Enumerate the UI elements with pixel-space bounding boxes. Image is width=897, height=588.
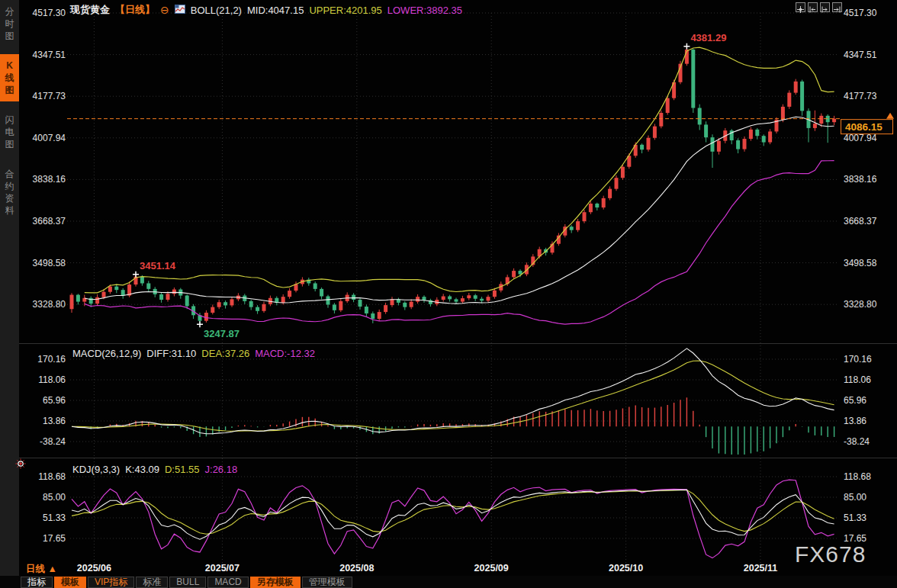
xaxis-date: 2025/11 — [736, 563, 785, 574]
kdj-label: KDJ(9,3,3) — [72, 464, 120, 475]
boll-upper-value: UPPER:4201.95 — [309, 5, 381, 16]
svg-text:85.00: 85.00 — [844, 492, 866, 503]
toolbar-button-save-template[interactable]: 另存模板 — [250, 577, 301, 588]
xaxis-date: 2025/10 — [602, 563, 651, 574]
svg-text:85.00: 85.00 — [43, 492, 66, 503]
toolbar-button-macd[interactable]: MACD — [207, 577, 248, 588]
mini-chart-icon[interactable] — [175, 5, 185, 16]
toolbar-button-indicators[interactable]: 指标 — [21, 577, 53, 588]
xaxis-date: 2025/06 — [69, 563, 118, 574]
chart-canvas[interactable]: 4517.304517.304347.514347.514177.734177.… — [0, 0, 897, 588]
svg-text:4177.73: 4177.73 — [844, 91, 877, 101]
period-badge: 【日线】 — [115, 3, 155, 17]
chart-header: 现货黄金 【日线】 ⊖ BOLL(21,2) MID:4047.15 UPPER… — [70, 3, 462, 17]
svg-text:3247.87: 3247.87 — [204, 328, 240, 339]
collapse-panel-icon[interactable] — [832, 2, 842, 12]
pan-end-icon[interactable] — [820, 2, 830, 12]
xaxis-date: 2025/08 — [333, 563, 381, 574]
toolbar-button-standard[interactable]: 标准 — [136, 577, 168, 588]
boll-label: BOLL(21,2) — [191, 5, 242, 16]
svg-text:170.16: 170.16 — [37, 354, 66, 365]
kdj-header: KDJ(9,3,3) K:43.09 D:51.55 J:26.18 — [72, 464, 237, 475]
svg-text:13.86: 13.86 — [844, 416, 866, 426]
svg-text:3498.58: 3498.58 — [33, 258, 66, 268]
macd-header: MACD(26,12,9) DIFF:31.10 DEA:37.26 MACD:… — [72, 348, 315, 359]
svg-text:118.06: 118.06 — [38, 374, 66, 385]
watermark: FX678 — [795, 541, 866, 567]
svg-text:118.68: 118.68 — [38, 471, 66, 482]
svg-text:3328.80: 3328.80 — [33, 299, 66, 310]
kdj-k-value: K:43.09 — [125, 464, 159, 475]
svg-text:65.96: 65.96 — [43, 395, 66, 406]
sidebar-item-minute-chart[interactable]: 分时图 — [0, 0, 19, 47]
crosshair-icon[interactable] — [796, 2, 805, 12]
svg-text:3451.14: 3451.14 — [140, 260, 176, 272]
symbol-title: 现货黄金 — [70, 3, 110, 17]
alert-icon[interactable] — [15, 458, 26, 472]
svg-text:-38.24: -38.24 — [844, 436, 870, 447]
kdj-d-value: D:51.55 — [165, 464, 200, 475]
xaxis-date: 2025/09 — [467, 563, 516, 574]
svg-text:65.96: 65.96 — [844, 395, 866, 406]
pan-start-icon[interactable] — [808, 2, 818, 12]
svg-text:51.33: 51.33 — [43, 512, 66, 523]
svg-text:4517.30: 4517.30 — [33, 8, 66, 18]
svg-text:4007.94: 4007.94 — [33, 133, 66, 143]
period-selector[interactable]: 日线 ▲ — [26, 563, 57, 576]
sidebar-item-kline-chart[interactable]: K线图 — [0, 54, 19, 101]
svg-text:17.65: 17.65 — [43, 533, 66, 544]
svg-text:3838.16: 3838.16 — [844, 174, 877, 185]
svg-text:4347.51: 4347.51 — [844, 50, 877, 60]
grid — [19, 13, 897, 566]
svg-text:4177.73: 4177.73 — [33, 91, 66, 101]
boll-mid-value: MID:4047.15 — [247, 5, 304, 16]
svg-text:4347.51: 4347.51 — [33, 50, 66, 60]
svg-text:170.16: 170.16 — [844, 354, 872, 365]
svg-text:118.06: 118.06 — [844, 374, 871, 385]
macd-dea-value: DEA:37.26 — [201, 348, 249, 359]
xaxis-date: 2025/07 — [198, 563, 246, 574]
svg-text:4381.29: 4381.29 — [690, 32, 726, 43]
bottom-toolbar: 指标模板VIP指标标准BULLMACD另存模板管理模板 — [0, 576, 897, 588]
boll-lower-value: LOWER:3892.35 — [387, 5, 462, 16]
toolbar-button-manage-templates[interactable]: 管理模板 — [302, 577, 352, 588]
svg-text:13.86: 13.86 — [43, 416, 66, 426]
time-axis: 日线 ▲ 2025/062025/072025/082025/092025/10… — [0, 561, 897, 576]
macd-pane — [72, 349, 834, 455]
sidebar-item-contract-info[interactable]: 合约资料 — [0, 162, 19, 222]
toolbar-button-bull[interactable]: BULL — [169, 577, 206, 588]
macd-diff-value: DIFF:31.10 — [146, 348, 196, 359]
price-pane — [70, 47, 837, 324]
chart-toolbar-icons — [796, 2, 842, 12]
svg-text:51.33: 51.33 — [844, 512, 866, 523]
svg-text:3498.58: 3498.58 — [844, 258, 877, 268]
toolbar-button-vip-indicators[interactable]: VIP指标 — [88, 577, 134, 588]
kdj-pane — [72, 480, 834, 557]
trading-app: 4517.304517.304347.514347.514177.734177.… — [0, 0, 897, 588]
sidebar-item-flash-chart[interactable]: 闪电图 — [0, 108, 19, 156]
svg-text:118.68: 118.68 — [844, 471, 871, 482]
svg-text:4517.30: 4517.30 — [844, 8, 877, 18]
svg-text:3328.80: 3328.80 — [844, 299, 877, 310]
toolbar-button-template[interactable]: 模板 — [54, 577, 86, 588]
macd-label: MACD(26,12,9) — [72, 348, 141, 359]
svg-text:3668.37: 3668.37 — [33, 216, 66, 227]
svg-text:3668.37: 3668.37 — [844, 216, 877, 227]
sidebar: 分时图K线图闪电图合约资料 — [0, 0, 19, 576]
macd-value: MACD:-12.32 — [255, 348, 315, 359]
svg-text:-38.24: -38.24 — [40, 436, 66, 447]
svg-text:4086.15: 4086.15 — [845, 121, 883, 133]
kdj-j-value: J:26.18 — [205, 464, 238, 475]
svg-text:3838.16: 3838.16 — [33, 174, 66, 185]
annotations: 3451.143247.874381.29 — [133, 32, 726, 339]
zoom-out-icon[interactable]: ⊖ — [160, 5, 169, 14]
chevron-up-icon: ▲ — [47, 564, 56, 574]
